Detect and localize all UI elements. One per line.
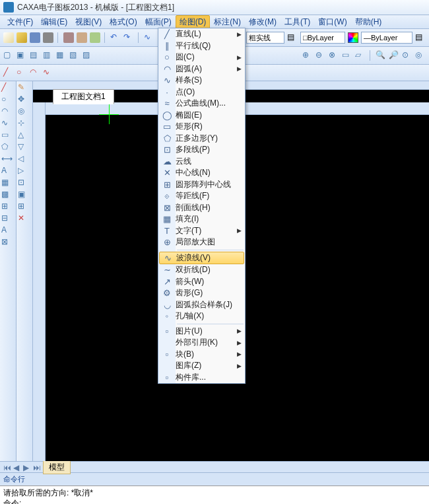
tb2-z2[interactable]: ⊖ <box>315 50 326 61</box>
lt2-4[interactable]: ⊹ <box>18 118 28 129</box>
menu-item-11[interactable]: ☁云线 <box>158 156 245 168</box>
lt2-11[interactable]: ⊞ <box>18 201 28 212</box>
lt-arc-icon[interactable]: ◠ <box>1 106 12 117</box>
menu-item-27[interactable]: ▫图片(U)▶ <box>158 326 245 338</box>
lt-a2-icon[interactable]: ⊟ <box>1 213 12 224</box>
layer-select[interactable]: □ ByLayer <box>300 32 345 44</box>
menu-item-20[interactable]: ∿波浪线(V) <box>159 252 244 265</box>
menu-2[interactable]: 视图(V) <box>71 15 106 29</box>
menu-item-14[interactable]: ⟐等距线(F) <box>158 190 245 202</box>
tb3-3[interactable]: ◠ <box>30 67 40 78</box>
menu-9[interactable]: 窗口(W) <box>314 15 350 29</box>
menu-0[interactable]: 文件(F) <box>3 15 37 29</box>
nav-first-icon[interactable]: ⏮ <box>3 463 11 471</box>
tb2-z5[interactable]: ▱ <box>355 50 366 61</box>
menu-item-15[interactable]: ⊠剖面线(H) <box>158 202 245 214</box>
lt-dim-icon[interactable]: ⟷ <box>1 154 12 164</box>
lt2-8[interactable]: ▷ <box>18 166 28 176</box>
lt-poly-icon[interactable]: ⬠ <box>1 142 12 153</box>
save-icon[interactable] <box>30 32 40 43</box>
menu-item-21[interactable]: ∼双折线(D) <box>158 264 245 276</box>
nav-next-icon[interactable]: ▶ <box>23 463 31 471</box>
lt2-5[interactable]: △ <box>18 130 28 141</box>
print-icon[interactable] <box>43 32 53 43</box>
tb2-2[interactable]: ▣ <box>16 50 27 61</box>
lt-line-icon[interactable]: ╱ <box>1 83 12 93</box>
linestyle-select[interactable]: 粗实线 <box>246 32 284 44</box>
menu-item-31[interactable]: ▫构件库... <box>158 372 245 384</box>
menu-item-10[interactable]: ⊡多段线(P) <box>158 144 245 156</box>
tb2-7[interactable]: ▨ <box>82 50 93 61</box>
menu-item-6[interactable]: ≈公式曲线(M)... <box>158 98 245 110</box>
lt2-3[interactable]: ◎ <box>18 106 28 117</box>
menu-item-9[interactable]: ⬠正多边形(Y) <box>158 133 245 145</box>
tb3-1[interactable]: ╱ <box>3 67 14 78</box>
paste-icon[interactable] <box>90 32 100 43</box>
color-picker[interactable] <box>348 32 358 43</box>
lt2-12[interactable]: ✕ <box>18 213 28 224</box>
lt-circle-icon[interactable]: ○ <box>1 94 12 105</box>
tb2-m4[interactable]: ◎ <box>415 50 426 61</box>
menu-item-8[interactable]: ▭矩形(R) <box>158 121 245 133</box>
command-box[interactable]: 请拾取所需的方向: *取消*命令:启动执行命令:"波浪线"第一点: *取消*命令… <box>0 486 429 504</box>
tb2-z3[interactable]: ⊗ <box>329 50 339 61</box>
wave-icon[interactable]: ∿ <box>144 32 154 43</box>
menu-7[interactable]: 修改(M) <box>245 15 280 29</box>
menu-item-25[interactable]: ◦孔/轴(X) <box>158 310 245 322</box>
lt2-7[interactable]: ◁ <box>18 154 28 164</box>
document-tab[interactable]: 工程图文档1 <box>53 89 114 104</box>
lt2-10[interactable]: ▣ <box>18 190 28 200</box>
menu-item-12[interactable]: ✕中心线(N) <box>158 167 245 179</box>
menu-item-22[interactable]: ↗箭头(W) <box>158 276 245 288</box>
layer2-select[interactable]: — ByLayer <box>361 32 412 44</box>
menu-item-7[interactable]: ◯椭圆(E) <box>158 110 245 122</box>
menu-item-1[interactable]: ∥平行线(Q) <box>158 40 245 52</box>
tb2-m2[interactable]: 🔎 <box>389 50 399 61</box>
menu-5[interactable]: 绘图(D) <box>176 15 211 29</box>
lt-rect-icon[interactable]: ▭ <box>1 130 12 141</box>
tb2-1[interactable]: ▢ <box>3 50 14 61</box>
menu-item-17[interactable]: T文字(T)▶ <box>158 225 245 237</box>
menu-item-16[interactable]: ▦填充(I) <box>158 213 245 225</box>
lt-a1-icon[interactable]: ⊞ <box>1 201 12 212</box>
new-icon[interactable] <box>3 32 14 43</box>
tb2-m3[interactable]: ⊙ <box>402 50 412 61</box>
menu-item-3[interactable]: ◠圆弧(A)▶ <box>158 63 245 75</box>
menu-item-5[interactable]: ·点(O) <box>158 87 245 98</box>
tb2-5[interactable]: ▦ <box>56 50 67 61</box>
menu-item-2[interactable]: ○圆(C)▶ <box>158 52 245 63</box>
nav-last-icon[interactable]: ⏭ <box>33 463 41 471</box>
menu-6[interactable]: 标注(N) <box>210 15 245 29</box>
open-icon[interactable] <box>16 32 27 43</box>
lt2-6[interactable]: ▽ <box>18 142 28 153</box>
nav-prev-icon[interactable]: ◀ <box>13 463 21 471</box>
lt-a4-icon[interactable]: ⊠ <box>1 237 12 248</box>
menu-8[interactable]: 工具(T) <box>280 15 314 29</box>
layer-icon[interactable]: ▤ <box>287 32 298 43</box>
lt2-9[interactable]: ⊡ <box>18 178 28 188</box>
lt2-2[interactable]: ✥ <box>18 94 28 105</box>
menu-item-24[interactable]: ◡圆弧拟合样条(J) <box>158 299 245 311</box>
model-tab[interactable]: 模型 <box>43 460 71 474</box>
menu-item-18[interactable]: ⊕局部放大图 <box>158 236 245 248</box>
menu-item-28[interactable]: 外部引用(K)▶ <box>158 337 245 349</box>
tb2-z1[interactable]: ⊕ <box>302 50 313 61</box>
redo-icon[interactable]: ↷ <box>123 32 134 43</box>
lt-hatch-icon[interactable]: ▦ <box>1 178 12 188</box>
tb2-4[interactable]: ▥ <box>43 50 53 61</box>
menu-item-30[interactable]: 图库(Z)▶ <box>158 360 245 372</box>
menu-item-23[interactable]: ⚙齿形(G) <box>158 287 245 299</box>
menu-10[interactable]: 帮助(H) <box>351 15 386 29</box>
lt-spline-icon[interactable]: ∿ <box>1 118 12 129</box>
lt-a3-icon[interactable]: A <box>1 225 12 236</box>
lt2-1[interactable]: ✎ <box>18 83 28 93</box>
tb2-z4[interactable]: ▭ <box>342 50 352 61</box>
menu-3[interactable]: 格式(O) <box>106 15 141 29</box>
menu-item-13[interactable]: ⊞圆形阵列中心线 <box>158 179 245 191</box>
tb3-4[interactable]: ∿ <box>43 67 53 78</box>
tb3-2[interactable]: ○ <box>16 67 27 78</box>
menu-item-4[interactable]: ∿样条(S) <box>158 75 245 87</box>
tb2-m1[interactable]: 🔍 <box>376 50 386 61</box>
menu-4[interactable]: 幅面(P) <box>141 15 176 29</box>
copy-icon[interactable] <box>77 32 87 43</box>
